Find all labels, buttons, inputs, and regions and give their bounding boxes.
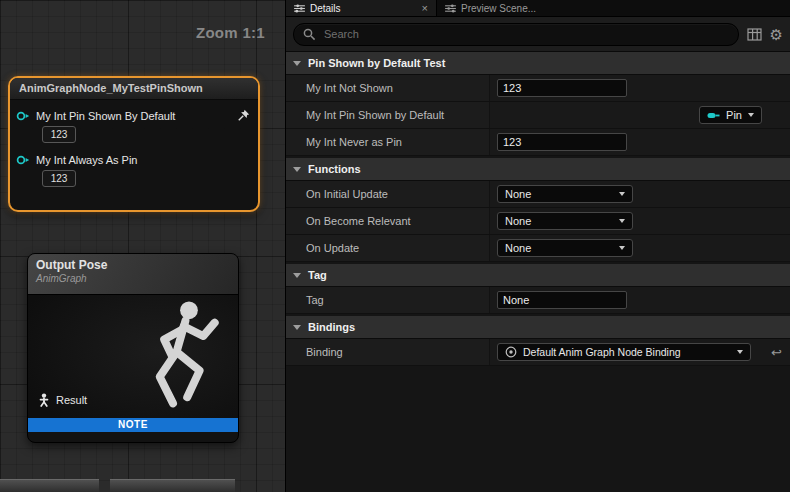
property-label: On Become Relevant bbox=[286, 208, 490, 234]
category-title: Bindings bbox=[308, 321, 355, 333]
chevron-down-icon bbox=[293, 167, 301, 172]
binding-icon bbox=[505, 346, 517, 358]
category-functions[interactable]: Functions bbox=[286, 158, 790, 181]
property-label: My Int Pin Shown by Default bbox=[286, 102, 490, 128]
category-title: Pin Shown by Default Test bbox=[308, 57, 445, 69]
tab-preview-scene[interactable]: Preview Scene... bbox=[437, 0, 544, 16]
my-int-never-as-pin-input[interactable] bbox=[497, 133, 627, 151]
property-label: Tag bbox=[286, 287, 490, 313]
category-pin-shown-by-default-test[interactable]: Pin Shown by Default Test bbox=[286, 52, 790, 75]
details-panel: Details × Preview Scene... bbox=[285, 0, 790, 492]
settings-gear-icon[interactable]: ⚙ bbox=[770, 27, 783, 42]
dropdown-value: Default Anim Graph Node Binding bbox=[523, 346, 681, 358]
thumbtack-icon[interactable] bbox=[237, 109, 250, 122]
chevron-down-icon bbox=[619, 219, 625, 223]
pin-value-box[interactable]: 123 bbox=[42, 126, 76, 143]
property-row: On Become Relevant None bbox=[286, 208, 790, 235]
node-title: AnimGraphNode_MyTestPinShown bbox=[19, 82, 203, 94]
node-header[interactable]: Output Pose AnimGraph bbox=[28, 254, 238, 295]
binding-dropdown[interactable]: Default Anim Graph Node Binding bbox=[497, 343, 751, 361]
preview-scene-tab-icon bbox=[445, 4, 456, 13]
chevron-down-icon bbox=[293, 273, 301, 278]
chevron-down-icon bbox=[619, 192, 625, 196]
clipped-node[interactable] bbox=[0, 479, 99, 492]
node-body: My Int Pin Shown By Default 123 bbox=[10, 100, 258, 187]
result-pin-label: Result bbox=[56, 394, 87, 406]
dropdown-value: None bbox=[505, 188, 531, 200]
on-initial-update-dropdown[interactable]: None bbox=[497, 185, 633, 203]
category-title: Tag bbox=[308, 269, 327, 281]
property-row: Tag bbox=[286, 287, 790, 314]
pose-pin-icon[interactable] bbox=[38, 393, 50, 407]
node-body: Result NOTE bbox=[28, 295, 238, 432]
property-label: My Int Never as Pin bbox=[286, 129, 490, 155]
node-subtitle: AnimGraph bbox=[36, 273, 230, 284]
tab-details[interactable]: Details × bbox=[286, 0, 437, 16]
property-row: My Int Not Shown bbox=[286, 75, 790, 102]
chevron-down-icon bbox=[737, 350, 743, 354]
reset-to-default-icon[interactable]: ↩ bbox=[771, 345, 782, 360]
property-row: My Int Pin Shown by Default Pin bbox=[286, 102, 790, 129]
tag-input[interactable] bbox=[497, 291, 627, 309]
my-int-not-shown-input[interactable] bbox=[497, 79, 627, 97]
pin-icon bbox=[707, 111, 720, 120]
on-update-dropdown[interactable]: None bbox=[497, 239, 633, 257]
property-row: On Update None bbox=[286, 235, 790, 262]
zoom-indicator: Zoom 1:1 bbox=[196, 24, 265, 41]
chevron-down-icon bbox=[748, 113, 754, 117]
property-label: On Initial Update bbox=[286, 181, 490, 207]
dropdown-value: Pin bbox=[726, 109, 742, 121]
details-tab-icon bbox=[294, 4, 305, 13]
unreal-editor-window: Zoom 1:1 AnimGraphNode_MyTestPinShown My… bbox=[0, 0, 790, 492]
pin-value-box[interactable]: 123 bbox=[42, 170, 76, 187]
category-title: Functions bbox=[308, 163, 361, 175]
chevron-down-icon bbox=[619, 246, 625, 250]
mannequin-preview-image bbox=[126, 297, 236, 430]
search-input[interactable] bbox=[322, 27, 729, 41]
search-box[interactable] bbox=[293, 23, 739, 46]
pin-mode-dropdown[interactable]: Pin bbox=[699, 106, 762, 124]
node-title: Output Pose bbox=[36, 258, 230, 272]
property-row: On Initial Update None bbox=[286, 181, 790, 208]
category-bindings[interactable]: Bindings bbox=[286, 316, 790, 339]
property-row: My Int Never as Pin bbox=[286, 129, 790, 156]
on-become-relevant-dropdown[interactable]: None bbox=[497, 212, 633, 230]
search-icon bbox=[303, 28, 316, 41]
chevron-down-icon bbox=[293, 325, 301, 330]
dropdown-value: None bbox=[505, 215, 531, 227]
chevron-down-icon bbox=[293, 61, 301, 66]
tab-label: Details bbox=[310, 3, 341, 14]
node-output-pose[interactable]: Output Pose AnimGraph bbox=[27, 253, 239, 443]
result-pin[interactable]: Result bbox=[38, 393, 87, 407]
property-label: My Int Not Shown bbox=[286, 75, 490, 101]
int-pin-icon[interactable] bbox=[16, 154, 30, 166]
pin-label: My Int Always As Pin bbox=[36, 154, 137, 166]
tab-bar: Details × Preview Scene... bbox=[286, 0, 790, 17]
close-icon[interactable]: × bbox=[422, 2, 428, 14]
clipped-node[interactable] bbox=[110, 479, 235, 492]
note-banner: NOTE bbox=[28, 418, 238, 432]
int-pin-icon[interactable] bbox=[16, 110, 30, 122]
property-matrix-icon[interactable] bbox=[747, 28, 762, 41]
category-tag[interactable]: Tag bbox=[286, 264, 790, 287]
dropdown-value: None bbox=[505, 242, 531, 254]
tab-label: Preview Scene... bbox=[461, 3, 536, 14]
node-anim-graph-test-pin-shown[interactable]: AnimGraphNode_MyTestPinShown My Int Pin … bbox=[8, 76, 260, 212]
property-list: Pin Shown by Default Test My Int Not Sho… bbox=[286, 52, 790, 366]
property-label: On Update bbox=[286, 235, 490, 261]
anim-graph-canvas[interactable]: Zoom 1:1 AnimGraphNode_MyTestPinShown My… bbox=[0, 0, 285, 492]
property-row: Binding Default Anim Graph Node Binding … bbox=[286, 339, 790, 366]
node-header[interactable]: AnimGraphNode_MyTestPinShown bbox=[10, 78, 258, 100]
pin-label: My Int Pin Shown By Default bbox=[36, 110, 175, 122]
details-toolbar: ⚙ bbox=[286, 17, 790, 52]
property-label: Binding bbox=[286, 339, 490, 365]
